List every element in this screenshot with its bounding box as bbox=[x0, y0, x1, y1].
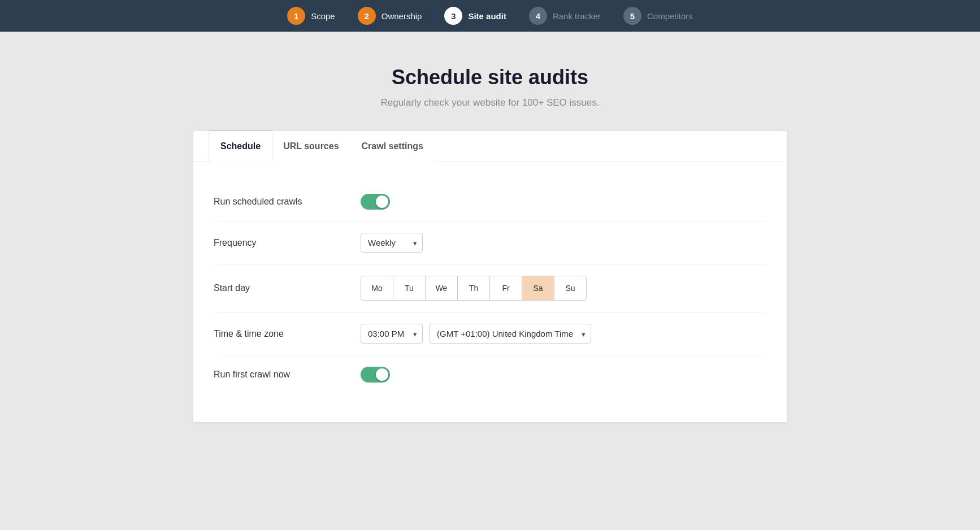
settings-card: Schedule URL sources Crawl settings Run … bbox=[193, 131, 787, 422]
toggle-track-run-first-crawl bbox=[361, 367, 390, 383]
step-circle-5: 5 bbox=[623, 7, 641, 25]
label-run-scheduled-crawls: Run scheduled crawls bbox=[214, 197, 361, 207]
tab-schedule[interactable]: Schedule bbox=[209, 131, 272, 162]
control-start-day: Mo Tu We Th Fr Sa Su bbox=[361, 276, 587, 301]
row-run-first-crawl: Run first crawl now bbox=[214, 355, 766, 394]
step-label-2: Ownership bbox=[381, 11, 422, 21]
label-time-timezone: Time & time zone bbox=[214, 329, 361, 339]
step-label-3: Site audit bbox=[468, 11, 506, 21]
toggle-run-scheduled-crawls[interactable] bbox=[361, 194, 390, 210]
timezone-select[interactable]: (GMT +01:00) United Kingdom Time bbox=[430, 324, 591, 344]
nav-step-4[interactable]: 4 Rank tracker bbox=[529, 7, 601, 25]
card-body: Run scheduled crawls Frequency bbox=[193, 162, 787, 422]
frequency-select-wrapper: Daily Weekly Monthly bbox=[361, 233, 423, 253]
nav-step-3[interactable]: 3 Site audit bbox=[444, 7, 506, 25]
row-time-timezone: Time & time zone 03:00 PM (GMT +01:00) U… bbox=[214, 312, 766, 355]
row-run-scheduled-crawls: Run scheduled crawls bbox=[214, 183, 766, 221]
step-label-5: Competitors bbox=[647, 11, 693, 21]
control-time-timezone: 03:00 PM (GMT +01:00) United Kingdom Tim… bbox=[361, 324, 591, 344]
time-select-wrapper: 03:00 PM bbox=[361, 324, 423, 344]
top-nav: 1 Scope 2 Ownership 3 Site audit 4 Rank … bbox=[0, 0, 980, 32]
main-content: Schedule site audits Regularly check you… bbox=[0, 32, 980, 445]
tab-crawl-settings[interactable]: Crawl settings bbox=[350, 131, 435, 162]
step-circle-4: 4 bbox=[529, 7, 547, 25]
day-btn-sa[interactable]: Sa bbox=[522, 276, 554, 301]
toggle-run-first-crawl[interactable] bbox=[361, 367, 390, 383]
time-select[interactable]: 03:00 PM bbox=[361, 324, 423, 344]
label-frequency: Frequency bbox=[214, 238, 361, 248]
day-buttons: Mo Tu We Th Fr Sa Su bbox=[361, 276, 587, 301]
day-btn-we[interactable]: We bbox=[425, 276, 458, 301]
tabs-bar: Schedule URL sources Crawl settings bbox=[193, 131, 787, 162]
step-label-1: Scope bbox=[311, 11, 335, 21]
day-btn-fr[interactable]: Fr bbox=[489, 276, 522, 301]
day-btn-tu[interactable]: Tu bbox=[393, 276, 426, 301]
control-frequency: Daily Weekly Monthly bbox=[361, 233, 423, 253]
timezone-select-wrapper: (GMT +01:00) United Kingdom Time bbox=[430, 324, 591, 344]
toggle-thumb-run-scheduled-crawls bbox=[376, 196, 388, 208]
nav-step-5[interactable]: 5 Competitors bbox=[623, 7, 693, 25]
label-start-day: Start day bbox=[214, 283, 361, 293]
nav-step-2[interactable]: 2 Ownership bbox=[358, 7, 422, 25]
day-btn-mo[interactable]: Mo bbox=[361, 276, 393, 301]
page-subtitle: Regularly check your website for 100+ SE… bbox=[381, 97, 600, 108]
label-run-first-crawl: Run first crawl now bbox=[214, 370, 361, 380]
toggle-thumb-run-first-crawl bbox=[376, 368, 388, 381]
frequency-select[interactable]: Daily Weekly Monthly bbox=[361, 233, 423, 253]
step-circle-2: 2 bbox=[358, 7, 376, 25]
toggle-track-run-scheduled-crawls bbox=[361, 194, 390, 210]
control-run-first-crawl bbox=[361, 367, 390, 383]
control-run-scheduled-crawls bbox=[361, 194, 390, 210]
row-frequency: Frequency Daily Weekly Monthly bbox=[214, 221, 766, 264]
step-circle-1: 1 bbox=[287, 7, 305, 25]
day-btn-th[interactable]: Th bbox=[457, 276, 490, 301]
page-title: Schedule site audits bbox=[392, 66, 588, 89]
row-start-day: Start day Mo Tu We Th Fr Sa Su bbox=[214, 264, 766, 312]
step-label-4: Rank tracker bbox=[553, 11, 601, 21]
step-circle-3: 3 bbox=[444, 7, 462, 25]
tab-url-sources[interactable]: URL sources bbox=[272, 131, 350, 162]
day-btn-su[interactable]: Su bbox=[554, 276, 587, 301]
nav-step-1[interactable]: 1 Scope bbox=[287, 7, 335, 25]
